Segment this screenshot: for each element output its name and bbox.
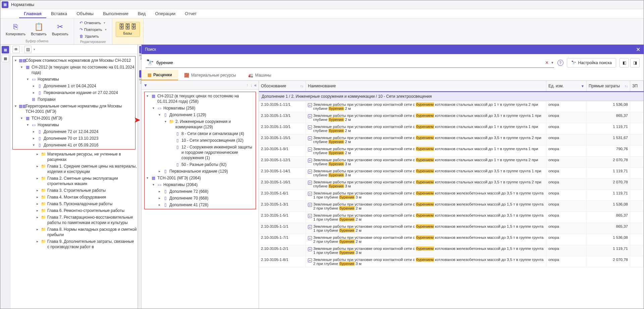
tab-materials[interactable]: 🧱Материальные ресурсы (178, 70, 242, 80)
search-settings-button[interactable]: 🔭 Настройка поиска (567, 58, 616, 68)
layout-left-button[interactable]: ◧ (620, 58, 629, 68)
col-zp[interactable]: ЗП (630, 81, 644, 91)
table-row[interactable]: 2.10-3105-1-6/1+Земляные работы при уста… (259, 190, 644, 201)
itree-eng[interactable]: ▾📁2. Инженерные сооружения и коммуникаци… (145, 118, 255, 130)
delete-button[interactable]: 🗑Удалить (77, 33, 109, 39)
expand-icon[interactable]: + (308, 214, 312, 218)
expand-icon[interactable]: + (308, 181, 312, 185)
help-icon[interactable]: ? (557, 60, 564, 66)
tree-addendum-72[interactable]: ▸▯Дополнение 72 от 12.04.2024 (13, 128, 135, 135)
results-table[interactable]: Обоснование↑↓ Наименование Ед. изм.▼ Пря… (259, 81, 644, 309)
itree-add72[interactable]: ▸▯Дополнение 72 (668) (145, 188, 255, 195)
tab-insert[interactable]: Вставка (46, 9, 72, 18)
nav-up-icon[interactable]: ↑ (246, 83, 248, 88)
tab-execution[interactable]: Выполнение (98, 9, 133, 18)
table-row[interactable]: 2.10-3105-1-1/1+Земляные работы при уста… (259, 223, 644, 234)
paste-button[interactable]: 📋 Вставить (29, 22, 49, 37)
cut-button[interactable]: ✂ Вырезать (50, 22, 70, 37)
copy-button[interactable]: ⎘ Копировать (4, 22, 28, 37)
itree-norm2[interactable]: ▾▭Нормативы (2064) (145, 181, 255, 188)
table-row[interactable]: 2.10-3105-1-15/1+Земляные работы при уст… (259, 134, 644, 145)
expand-icon[interactable]: + (308, 136, 312, 140)
nav-toggle-visibility[interactable]: 👁 (12, 46, 20, 53)
filter-button[interactable]: ▼ (144, 83, 148, 88)
col-cost[interactable]: Прямые затраты↑↓ (587, 81, 630, 91)
expand-icon[interactable]: + (308, 103, 312, 107)
tree-folder-ch8[interactable]: ▸📁Глава 8. Нормы накладных расходов и см… (11, 226, 137, 238)
nav-layout-btn[interactable]: ▤ (24, 46, 32, 53)
db-button[interactable]: 🗄🗄🗄 Базы (116, 22, 140, 37)
expand-icon[interactable]: + (308, 192, 312, 196)
itree-normatives[interactable]: ▾▭Нормативы (258) (145, 105, 255, 112)
tab-operations[interactable]: Операции (150, 9, 180, 18)
itree-12[interactable]: ▯12 - Сооружения инженерной защиты и гор… (145, 144, 255, 161)
tree-addendum-41[interactable]: ▾▯Дополнение 41 от 05.09.2016 (13, 142, 135, 148)
leftbar-btn-1[interactable]: ▦ (2, 46, 9, 53)
table-row[interactable]: 2.10-3105-1-13/1+Земляные работы при уст… (259, 112, 644, 123)
chevron-down-icon[interactable]: ▾ (34, 48, 35, 51)
tree-folder-ch6[interactable]: ▸📁Глава 6. Ремонтно-строительные работы (11, 207, 137, 214)
table-row[interactable]: 2.10-3105-1-10/1+Земляные работы при уст… (259, 123, 644, 134)
itree-8[interactable]: ▯8 - Сети связи и сигнализации (4) (145, 130, 255, 137)
tab-home[interactable]: Главная (19, 9, 46, 18)
table-row[interactable]: 2.10-3105-1-16/1+Земляные работы при уст… (259, 179, 644, 190)
tree-folder-ch3[interactable]: ▸📁Глава 3. Строительные работы (11, 187, 137, 194)
table-row[interactable]: 2.10-3105-1-3/1+Земляные работы при уста… (259, 201, 644, 212)
undo-button[interactable]: ↶Отменить▾ (77, 20, 109, 26)
itree-add70[interactable]: ▸▯Дополнение 70 (668) (145, 195, 255, 202)
tree-normatives-1[interactable]: ▾▭Нормативы (13, 76, 135, 83)
table-row[interactable]: 2.10-3105-1-7/1+Земляные работы при уста… (259, 234, 644, 245)
nav-tree[interactable]: ▾▦▦Сборник стоимостных нормативов для Мо… (10, 54, 138, 309)
col-unit[interactable]: Ед. изм.▼ (546, 81, 587, 91)
expand-icon[interactable]: + (308, 125, 312, 129)
redo-button[interactable]: ↷Повторить▾ (77, 27, 109, 33)
expand-icon[interactable]: + (308, 203, 312, 207)
table-row[interactable]: 2.10-3105-1-14/1+Земляные работы при уст… (259, 168, 644, 179)
tree-addendum-70[interactable]: ▸▯Дополнение 70 от 13.10.2023 (13, 135, 135, 142)
tree-sn2012-prices[interactable]: ▾▦СН-2012 (в текущих ценах по состоянию … (13, 64, 135, 76)
tree-root-tsn2001[interactable]: ▾▦▦Территориальные сметные нормативы для… (13, 103, 135, 115)
tree-folder-ch4[interactable]: ▸📁Глава 4. Монтаж оборудования (11, 194, 137, 201)
col-name[interactable]: Наименование (306, 81, 546, 91)
tree-first-edition[interactable]: ▸▯Первоначальное издание от 27.02.2024 (13, 89, 135, 96)
clear-search-icon[interactable]: ✕ (545, 60, 549, 65)
table-row[interactable]: 2.10-3105-1-5/1+Земляные работы при уста… (259, 212, 644, 223)
col-obosnovanie[interactable]: Обоснование↑↓ (259, 81, 306, 91)
table-row[interactable]: 2.10-3105-1-12/1+Земляные работы при уст… (259, 157, 644, 168)
layout-right-button[interactable]: ◨ (630, 58, 640, 68)
tree-folder-ch1[interactable]: ▸📁Глава 1. Средние сметные цены на матер… (11, 163, 137, 175)
expand-icon[interactable]: + (308, 236, 312, 240)
tree-folder-ch7[interactable]: ▸📁Глава 7. Реставрационно-восстановитель… (11, 214, 137, 226)
table-row[interactable]: 2.10-3105-1-9/1+Земляные работы при уста… (259, 145, 644, 157)
table-row[interactable]: 2.10-3105-1-8/1+Земляные работы при уста… (259, 256, 644, 267)
tree-folder-ch9[interactable]: ▸📁Глава 9. Дополнительные затраты, связа… (11, 238, 137, 250)
close-icon[interactable]: ✕ (636, 46, 640, 53)
tree-tsn2001-mge[interactable]: ▾▦ТСН-2001 (МГЭ) (13, 115, 135, 122)
tab-view[interactable]: Вид (133, 9, 151, 18)
itree-first-ed[interactable]: ▸▯Первоначальное издание (129) (145, 168, 255, 175)
table-row[interactable]: 2.10-3105-1-11/1+Земляные работы при уст… (259, 101, 644, 112)
tree-folder-ch2[interactable]: ▸📁Глава 2. Сметные цены эксплуатации стр… (11, 175, 137, 187)
expand-icon[interactable]: + (308, 225, 312, 229)
tab-prices[interactable]: ▤Расценки (142, 70, 178, 80)
tab-volumes[interactable]: Объёмы (72, 9, 98, 18)
itree-50[interactable]: ▯50 - Разные работы (92) (145, 161, 255, 168)
nav-down-icon[interactable]: ↓ (250, 83, 252, 88)
table-row[interactable]: 2.10-3105-1-2/1+Земляные работы при уста… (259, 245, 644, 256)
search-input[interactable] (156, 60, 542, 65)
tab-report[interactable]: Отчет (180, 9, 202, 18)
tree-root-sn2012[interactable]: ▾▦▦Сборник стоимостных нормативов для Мо… (13, 57, 135, 64)
itree-10[interactable]: ▯10 - Сети электроосвещения (32) (145, 137, 255, 144)
collapse-icon[interactable]: « (254, 83, 257, 88)
expand-icon[interactable]: + (308, 247, 312, 251)
tree-folder-materials[interactable]: ▸📁Материальные ресурсы, не учтенные в ра… (11, 151, 137, 163)
expand-icon[interactable]: + (308, 258, 312, 262)
inner-tree[interactable]: ▾▦СН-2012 (в текущих ценах по состоянию … (142, 90, 259, 309)
itree-sn2012[interactable]: ▾▦СН-2012 (в текущих ценах по состоянию … (145, 93, 255, 105)
tree-normatives-2[interactable]: ▾▭Нормативы (13, 122, 135, 128)
itree-add1[interactable]: ▾▯Дополнение 1 (129) (145, 112, 255, 118)
itree-tsn2001[interactable]: ▾▦ТСН-2001 (МГЭ) (2064) (145, 175, 255, 181)
expand-icon[interactable]: + (308, 159, 312, 163)
tree-corrections[interactable]: ⊞Поправки (13, 96, 135, 103)
search-dropdown-icon[interactable]: ▾ (551, 60, 553, 65)
